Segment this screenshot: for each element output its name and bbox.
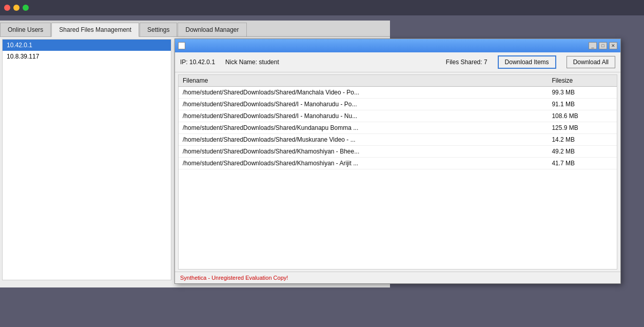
dialog-footer: Synthetica - Unregistered Evaluation Cop… xyxy=(175,272,620,283)
file-table-container: Filename Filesize /home/student/SharedDo… xyxy=(178,74,617,270)
table-row[interactable]: /home/student/SharedDownloads/Shared/Man… xyxy=(179,87,617,99)
file-share-dialog: _ □ ✕ IP: 10.42.0.1 Nick Name: student F… xyxy=(174,39,621,284)
files-shared-info: Files Shared: 7 xyxy=(446,59,487,66)
tab-bar: Online Users Shared Files Management Set… xyxy=(0,21,390,37)
file-size-cell: 125.9 MB xyxy=(548,122,617,134)
file-name-cell: /home/student/SharedDownloads/Shared/Mus… xyxy=(179,134,548,146)
file-name-cell: /home/student/SharedDownloads/Shared/Kha… xyxy=(179,158,548,169)
file-size-cell: 99.3 MB xyxy=(548,87,617,99)
table-row[interactable]: /home/student/SharedDownloads/Shared/Mus… xyxy=(179,134,617,146)
download-all-button[interactable]: Download All xyxy=(567,56,615,68)
table-row[interactable]: /home/student/SharedDownloads/Shared/I -… xyxy=(179,110,617,122)
download-items-button[interactable]: Download Items xyxy=(498,55,556,69)
file-name-cell: /home/student/SharedDownloads/Shared/I -… xyxy=(179,99,548,110)
file-size-cell: 41.7 MB xyxy=(548,158,617,169)
tab-download-manager[interactable]: Download Manager xyxy=(178,23,246,36)
table-row[interactable]: /home/student/SharedDownloads/Shared/Kun… xyxy=(179,122,617,134)
file-name-cell: /home/student/SharedDownloads/Shared/Kha… xyxy=(179,146,548,158)
table-row[interactable]: /home/student/SharedDownloads/Shared/Kha… xyxy=(179,158,617,169)
ip-sidebar: 10.42.0.1 10.8.39.117 xyxy=(2,39,171,280)
file-size-cell: 49.2 MB xyxy=(548,146,617,158)
tab-shared-files[interactable]: Shared Files Management xyxy=(51,23,139,37)
dialog-titlebar: _ □ ✕ xyxy=(175,39,620,52)
file-size-cell: 108.6 MB xyxy=(548,110,617,122)
dialog-minimize-button[interactable]: _ xyxy=(589,42,597,49)
dialog-infobar: IP: 10.42.0.1 Nick Name: student Files S… xyxy=(175,52,620,72)
file-name-cell: /home/student/SharedDownloads/Shared/I -… xyxy=(179,110,548,122)
col-filesize: Filesize xyxy=(548,75,617,87)
col-filename: Filename xyxy=(179,75,548,87)
ip-info: IP: 10.42.0.1 xyxy=(180,59,215,66)
file-name-cell: /home/student/SharedDownloads/Shared/Man… xyxy=(179,87,548,99)
table-row[interactable]: /home/student/SharedDownloads/Shared/I -… xyxy=(179,99,617,110)
maximize-traffic-light[interactable] xyxy=(23,5,29,11)
dialog-restore-button[interactable]: □ xyxy=(599,42,607,49)
file-name-cell: /home/student/SharedDownloads/Shared/Kun… xyxy=(179,122,548,134)
minimize-traffic-light[interactable] xyxy=(13,5,19,11)
file-size-cell: 91.1 MB xyxy=(548,99,617,110)
tab-settings[interactable]: Settings xyxy=(140,23,177,36)
file-size-cell: 14.2 MB xyxy=(548,134,617,146)
dialog-window-icon xyxy=(178,42,185,49)
app-titlebar xyxy=(0,0,644,15)
nick-info: Nick Name: student xyxy=(225,59,279,66)
tab-online-users[interactable]: Online Users xyxy=(0,23,51,36)
sidebar-item-ip1[interactable]: 10.42.0.1 xyxy=(3,40,171,51)
close-traffic-light[interactable] xyxy=(4,5,10,11)
dialog-close-button[interactable]: ✕ xyxy=(609,42,617,49)
table-header-row: Filename Filesize xyxy=(179,75,617,87)
dialog-title-controls: _ □ ✕ xyxy=(589,42,617,49)
table-row[interactable]: /home/student/SharedDownloads/Shared/Kha… xyxy=(179,146,617,158)
footer-text: Synthetica - Unregistered Evaluation Cop… xyxy=(180,275,288,281)
sidebar-item-ip2[interactable]: 10.8.39.117 xyxy=(3,51,171,62)
dialog-title-left xyxy=(178,42,187,49)
file-table: Filename Filesize /home/student/SharedDo… xyxy=(179,75,617,169)
